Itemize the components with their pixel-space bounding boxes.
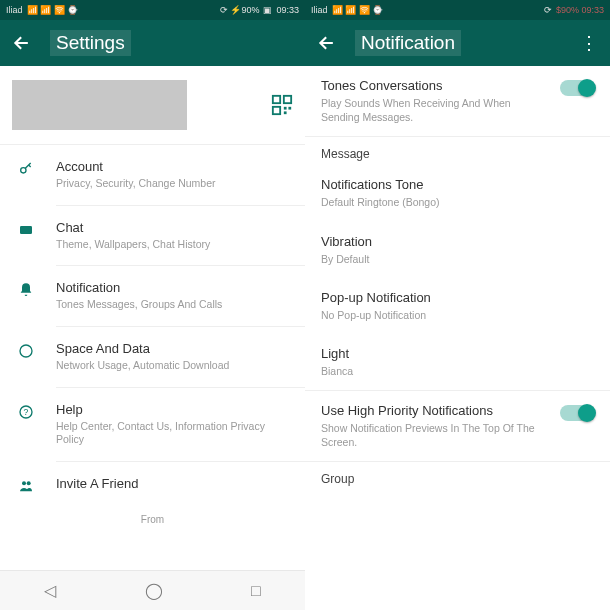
setting-data[interactable]: Space And DataNetwork Usage, Automatic D… bbox=[0, 327, 305, 387]
svg-point-8 bbox=[20, 345, 32, 357]
row-sub: Default Ringtone (Bongo) bbox=[321, 195, 594, 209]
battery-clock: $90% 09:33 bbox=[556, 5, 604, 15]
svg-rect-1 bbox=[284, 96, 291, 103]
nfc-icon: ⟳ bbox=[544, 5, 552, 15]
row-light[interactable]: Light Bianca bbox=[305, 334, 610, 390]
setting-help[interactable]: ? HelpHelp Center, Contact Us, Informati… bbox=[0, 388, 305, 461]
carrier-label: Iliad bbox=[6, 5, 23, 15]
svg-rect-7 bbox=[20, 226, 32, 234]
setting-invite[interactable]: Invite A Friend bbox=[0, 462, 305, 508]
setting-title: Chat bbox=[56, 220, 289, 235]
page-title: Settings bbox=[50, 30, 131, 56]
row-tones-conversations[interactable]: Tones Conversations Play Sounds When Rec… bbox=[305, 66, 610, 136]
section-header-group: Group bbox=[305, 462, 610, 490]
carrier-label: Iliad bbox=[311, 5, 328, 15]
setting-notification[interactable]: NotificationTones Messages, Groups And C… bbox=[0, 266, 305, 326]
svg-rect-3 bbox=[284, 107, 287, 110]
row-sub: No Pop-up Notification bbox=[321, 308, 594, 322]
svg-rect-0 bbox=[273, 96, 280, 103]
setting-sub: Help Center, Contact Us, Information Pri… bbox=[56, 420, 289, 447]
svg-rect-2 bbox=[273, 107, 280, 114]
setting-account[interactable]: AccountPrivacy, Security, Change Number bbox=[0, 145, 305, 205]
row-sub: Bianca bbox=[321, 364, 594, 378]
chat-icon bbox=[18, 222, 34, 238]
app-bar-notification: Notification ⋮ bbox=[305, 20, 610, 66]
row-notifications-tone[interactable]: Notifications Tone Default Ringtone (Bon… bbox=[305, 165, 610, 221]
svg-rect-5 bbox=[284, 111, 287, 114]
clock: 09:33 bbox=[276, 5, 299, 15]
row-title: Notifications Tone bbox=[321, 177, 594, 192]
help-icon: ? bbox=[18, 404, 34, 420]
android-navbar: ◁ ◯ □ bbox=[0, 570, 305, 610]
back-icon[interactable] bbox=[317, 33, 337, 53]
setting-title: Account bbox=[56, 159, 289, 174]
row-vibration[interactable]: Vibration By Default bbox=[305, 222, 610, 278]
back-icon[interactable] bbox=[12, 33, 32, 53]
setting-title: Space And Data bbox=[56, 341, 289, 356]
row-high-priority[interactable]: Use High Priority Notifications Show Not… bbox=[305, 391, 610, 461]
battery-label: ⟳ ⚡90% bbox=[220, 5, 260, 15]
row-title: Use High Priority Notifications bbox=[321, 403, 550, 418]
row-sub: By Default bbox=[321, 252, 594, 266]
setting-title: Notification bbox=[56, 280, 289, 295]
switch-tones[interactable] bbox=[560, 80, 594, 96]
svg-point-6 bbox=[21, 168, 26, 173]
nav-recent-icon[interactable]: □ bbox=[251, 582, 261, 600]
setting-chat[interactable]: ChatTheme, Wallpapers, Chat History bbox=[0, 206, 305, 266]
svg-point-11 bbox=[22, 481, 26, 485]
bell-icon bbox=[18, 282, 34, 298]
page-title: Notification bbox=[355, 30, 461, 56]
row-popup[interactable]: Pop-up Notification No Pop-up Notificati… bbox=[305, 278, 610, 334]
setting-title: Help bbox=[56, 402, 289, 417]
row-title: Tones Conversations bbox=[321, 78, 550, 93]
key-icon bbox=[18, 161, 34, 177]
invite-icon bbox=[18, 478, 34, 494]
setting-sub: Network Usage, Automatic Download bbox=[56, 359, 289, 373]
setting-title: Invite A Friend bbox=[56, 476, 289, 491]
switch-high-priority[interactable] bbox=[560, 405, 594, 421]
setting-sub: Theme, Wallpapers, Chat History bbox=[56, 238, 289, 252]
data-icon bbox=[18, 343, 34, 359]
section-header-message: Message bbox=[305, 137, 610, 165]
signal-icons: 📶 📶 🛜 ⌚ bbox=[332, 5, 384, 15]
row-sub: Show Notification Previews In The Top Of… bbox=[321, 421, 550, 449]
row-title: Vibration bbox=[321, 234, 594, 249]
signal-icons: 📶 📶 🛜 ⌚ bbox=[27, 5, 79, 15]
from-label: From bbox=[0, 508, 305, 531]
status-bar: Iliad 📶 📶 🛜 ⌚ ⟳ $90% 09:33 bbox=[305, 0, 610, 20]
qr-icon[interactable] bbox=[271, 94, 293, 116]
avatar bbox=[12, 80, 187, 130]
svg-text:?: ? bbox=[24, 407, 29, 417]
svg-point-12 bbox=[27, 481, 31, 485]
setting-sub: Tones Messages, Groups And Calls bbox=[56, 298, 289, 312]
battery-icon: ▣ bbox=[263, 5, 272, 15]
row-title: Light bbox=[321, 346, 594, 361]
status-bar: Iliad 📶 📶 🛜 ⌚ ⟳ ⚡90% ▣ 09:33 bbox=[0, 0, 305, 20]
svg-rect-4 bbox=[288, 107, 291, 110]
profile-row[interactable] bbox=[0, 66, 305, 145]
row-sub: Play Sounds When Receiving And When Send… bbox=[321, 96, 550, 124]
row-title: Pop-up Notification bbox=[321, 290, 594, 305]
kebab-icon[interactable]: ⋮ bbox=[580, 32, 598, 54]
nav-back-icon[interactable]: ◁ bbox=[44, 581, 56, 600]
app-bar-settings: Settings bbox=[0, 20, 305, 66]
nav-home-icon[interactable]: ◯ bbox=[145, 581, 163, 600]
setting-sub: Privacy, Security, Change Number bbox=[56, 177, 289, 191]
